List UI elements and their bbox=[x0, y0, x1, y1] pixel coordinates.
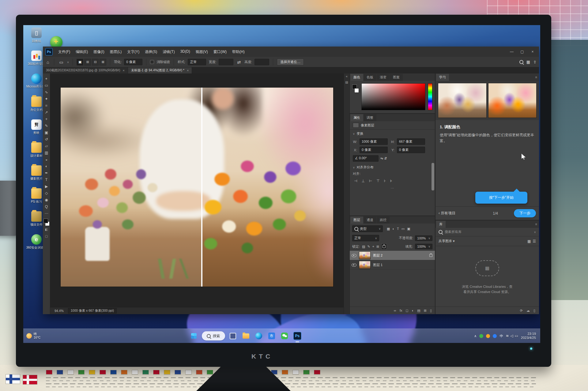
图层 2[interactable]: 图层 2 bbox=[350, 251, 435, 260]
quick-select-tool-icon[interactable]: ✦ bbox=[43, 96, 50, 102]
align-icon[interactable]: ⊧ bbox=[390, 179, 392, 183]
toolbar-mode-icon[interactable]: ◧ bbox=[43, 226, 50, 233]
lasso-tool-icon[interactable]: ∿ bbox=[43, 89, 50, 95]
lock-position-icon[interactable]: ⌖ bbox=[372, 245, 374, 249]
图层 1[interactable]: 图层 1 bbox=[350, 260, 435, 270]
libraries-search[interactable]: 搜索所有库 ∨ bbox=[435, 228, 539, 236]
clock[interactable]: 23:19 2023/4/25 bbox=[521, 332, 536, 340]
close-button[interactable]: × bbox=[528, 48, 537, 55]
panel-tab[interactable]: 调整 bbox=[364, 114, 376, 121]
toolbar-more-icon[interactable]: ⋯ bbox=[43, 210, 50, 216]
current-tool-icon[interactable]: ▭ bbox=[58, 59, 64, 65]
layer-visibility-icon[interactable] bbox=[352, 263, 356, 267]
document-tab[interactable]: 360截图20230422024201870.jpg @ 100%(RGB/8#… bbox=[43, 67, 128, 73]
layers-action-icon[interactable]: ⊞ bbox=[424, 309, 427, 313]
start-button[interactable] bbox=[189, 331, 199, 341]
panel-tab[interactable]: 属性 bbox=[350, 114, 363, 121]
swap-dimensions-icon[interactable]: ⇄ bbox=[236, 59, 242, 65]
layers-action-icon[interactable]: ▯ bbox=[430, 309, 432, 313]
wechat-button[interactable] bbox=[280, 331, 289, 341]
panel-tab[interactable]: 通道 bbox=[364, 216, 376, 224]
menu-item[interactable]: 选择(S) bbox=[142, 48, 160, 56]
tab-close-icon[interactable]: × bbox=[187, 69, 189, 72]
maximize-button[interactable]: ▢ bbox=[518, 48, 527, 55]
scrollbar[interactable] bbox=[432, 163, 434, 190]
layers-action-icon[interactable]: ◻ bbox=[406, 309, 409, 313]
layer-name[interactable]: 图层 2 bbox=[373, 253, 383, 258]
layer-filter-icon[interactable]: T bbox=[396, 227, 400, 231]
gradient-tool-icon[interactable]: ▥ bbox=[43, 149, 50, 156]
eraser-tool-icon[interactable]: ▱ bbox=[43, 143, 50, 149]
crop-tool-icon[interactable]: ⌗ bbox=[43, 102, 50, 109]
selection-mode-button[interactable]: ⊟ bbox=[92, 59, 99, 66]
photoshop-button[interactable]: Ps bbox=[292, 331, 302, 341]
search-icon[interactable] bbox=[519, 60, 523, 64]
width-input[interactable] bbox=[219, 59, 233, 65]
blend-mode-select[interactable]: 正常 ∨ bbox=[352, 235, 379, 241]
document-info[interactable]: 1000 像素 x 667 像素(300 ppi) bbox=[68, 308, 117, 314]
feather-input[interactable]: 0 像素 bbox=[124, 59, 142, 65]
tray-app-icon[interactable] bbox=[493, 334, 497, 338]
style-select[interactable]: 正常 bbox=[188, 59, 206, 65]
color-swatches[interactable] bbox=[43, 219, 50, 226]
saturation-brightness-picker[interactable] bbox=[361, 83, 425, 110]
libraries-action-icon[interactable]: ☁ bbox=[526, 309, 530, 313]
next-step-button[interactable]: 下一步 bbox=[514, 209, 536, 217]
store-button[interactable]: 市 bbox=[267, 331, 277, 341]
libraries-tab[interactable]: 库 bbox=[436, 221, 446, 228]
select-and-mask-button[interactable]: 选择并遮住… bbox=[277, 58, 304, 66]
selection-mode-button[interactable]: ⊠ bbox=[100, 59, 106, 66]
tab-close-icon[interactable]: × bbox=[123, 69, 124, 72]
input-language[interactable]: 中 bbox=[499, 334, 503, 338]
menu-item[interactable]: 帮助(H) bbox=[230, 48, 247, 56]
layers-action-icon[interactable]: fx bbox=[400, 309, 402, 312]
layers-action-icon[interactable]: ▤ bbox=[417, 309, 420, 313]
selection-mode-button[interactable]: ⊞ bbox=[84, 59, 91, 66]
brush-tool-icon[interactable]: ✎ bbox=[43, 122, 50, 129]
pen-tool-icon[interactable]: ✒ bbox=[43, 170, 50, 176]
panel-menu-icon[interactable]: ≡ bbox=[535, 75, 537, 79]
lock-all-icon[interactable] bbox=[381, 243, 387, 250]
menu-item[interactable]: 3D(D) bbox=[178, 48, 193, 56]
align-icon[interactable]: ⊢ bbox=[369, 179, 372, 183]
learn-tab[interactable]: 学习 bbox=[436, 74, 449, 81]
layers-action-icon[interactable]: ∞ bbox=[394, 309, 396, 312]
layer-filter-icon[interactable]: ▭ bbox=[401, 227, 405, 231]
layer-filter-icon[interactable]: ◐ bbox=[392, 227, 395, 231]
marquee-tool-icon[interactable]: ▭ bbox=[43, 82, 50, 88]
align-icon[interactable]: ⊥ bbox=[361, 179, 364, 183]
type-tool-icon[interactable]: T bbox=[43, 176, 50, 183]
panel-menu-icon[interactable]: ≡ bbox=[535, 222, 537, 226]
history-brush-tool-icon[interactable]: ↺ bbox=[43, 136, 50, 142]
dodge-tool-icon[interactable]: ◐ bbox=[43, 163, 50, 169]
layer-thumbnail[interactable] bbox=[359, 251, 371, 259]
panel-tab[interactable]: 颜色 bbox=[350, 74, 363, 81]
transform-section-label[interactable]: 变换 bbox=[357, 131, 364, 136]
zoom-tool-icon[interactable]: Q bbox=[43, 203, 50, 210]
align-icon[interactable]: ⊣ bbox=[354, 179, 357, 183]
tray-app-icon[interactable] bbox=[479, 334, 483, 338]
panel-tab[interactable]: 渐变 bbox=[377, 74, 390, 81]
shape-tool-icon[interactable]: ◇ bbox=[43, 190, 50, 196]
task-view-button[interactable] bbox=[228, 331, 238, 341]
opacity-input[interactable]: 100% ∨ bbox=[415, 235, 432, 241]
tray-app-icon[interactable] bbox=[486, 334, 490, 338]
home-icon[interactable]: ⌂ bbox=[45, 59, 50, 65]
menu-item[interactable]: 文件(F) bbox=[56, 48, 73, 56]
panel-color-swatches[interactable] bbox=[352, 83, 359, 110]
menu-item[interactable]: 视图(V) bbox=[193, 48, 210, 56]
weather-widget[interactable]: 晴 16°C bbox=[26, 332, 40, 340]
layers-action-icon[interactable]: ◐ bbox=[412, 309, 414, 312]
layer-name[interactable]: 图层 1 bbox=[373, 263, 383, 267]
document-tab[interactable]: 未标题-1 @ 94.4%(图层 2, RGB/8#) * × bbox=[128, 67, 192, 73]
collapsed-panel-icon[interactable]: « bbox=[346, 75, 348, 78]
layer-thumbnail[interactable] bbox=[359, 261, 371, 269]
panel-tab[interactable]: 图层 bbox=[350, 216, 363, 224]
move-tool-icon[interactable]: ⌖ bbox=[43, 75, 50, 82]
layer-filter-icon[interactable]: ▣ bbox=[406, 227, 411, 231]
lock-transparent-icon[interactable]: ▨ bbox=[362, 245, 365, 249]
hand-tool-icon[interactable]: ◉ bbox=[43, 197, 50, 203]
eyedropper-tool-icon[interactable]: ↗ bbox=[43, 109, 50, 115]
layer-filter-icon[interactable]: ▦ bbox=[386, 227, 390, 231]
zoom-level[interactable]: 94.4% bbox=[55, 309, 64, 313]
